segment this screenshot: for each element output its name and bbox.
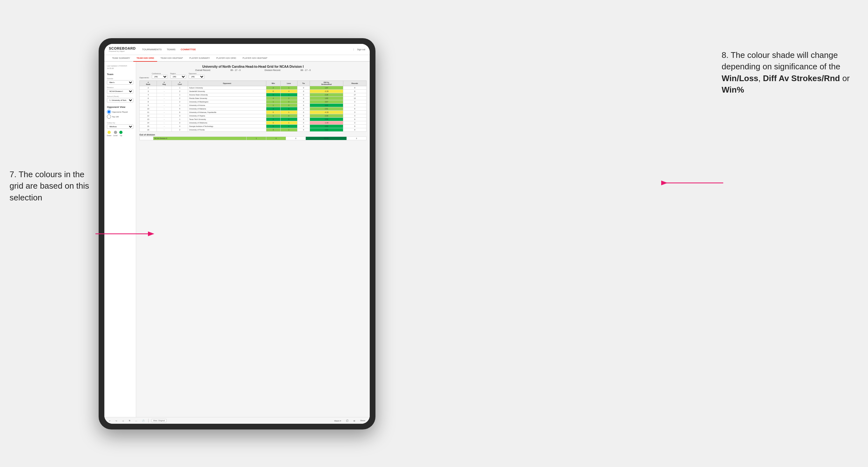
division-select[interactable]: NCAA Division I [107, 89, 133, 94]
cell-loss: 0 [280, 107, 297, 111]
cell-conf: 5 [172, 107, 188, 111]
grid-area: University of North Carolina Head-to-Hea… [136, 62, 370, 417]
grid-title: University of North Carolina Head-to-Hea… [140, 65, 367, 68]
colour-by-select[interactable]: Win/loss [107, 124, 133, 129]
sub-nav-player-summary[interactable]: PLAYER SUMMARY [186, 55, 213, 62]
share-btn[interactable]: Share [359, 419, 367, 422]
view-original-btn[interactable]: View: Original [151, 419, 167, 422]
table-row: 9 - 1 University of Arizona 1 0 0 9.00 2 [140, 104, 367, 107]
legend-up: Up [119, 131, 123, 136]
cell-reg: - [157, 118, 172, 121]
cell-rank: 2 [140, 86, 157, 90]
cell-od-loss: 0 [266, 137, 286, 140]
main-content: Last Updated: 27/03/2024 16:55:38 Team G… [104, 62, 370, 417]
toolbar-separator [148, 418, 149, 423]
col-diff: Diff AvStrokes/Rnd [310, 81, 343, 86]
cell-conf: 1 [172, 93, 188, 97]
cell-od-win: 1 [246, 137, 266, 140]
cell-opponent: Auburn University [188, 86, 266, 90]
cell-tie: 0 [297, 128, 310, 132]
cell-win: 3 [266, 107, 280, 111]
sub-nav-player-h2h-heatmap[interactable]: PLAYER H2H HEATMAP [239, 55, 271, 62]
sign-out-link[interactable]: Sign out [353, 49, 365, 51]
cell-diff: -2.29 [310, 90, 343, 93]
top-nav: SCOREBOARD Powered by clippd TOURNAMENTS… [104, 44, 370, 55]
opponent-label: Opponent [189, 72, 205, 74]
cell-diff: 1.67 [310, 86, 343, 90]
region-select[interactable]: (All) [170, 75, 186, 79]
conference-select[interactable]: (All) [152, 75, 168, 79]
cell-diff: 4.50 [310, 125, 343, 128]
cell-rank: 15 [140, 125, 157, 128]
grid-btn[interactable]: ⊞ [352, 419, 356, 422]
cell-rounds: 9 [343, 128, 366, 132]
table-row: 16 - 2 University of Florida 3 1 0 4.62 … [140, 128, 367, 132]
table-row: 11 - 6 University of Arkansas, Fayettevi… [140, 111, 367, 114]
cell-reg: - [157, 121, 172, 125]
cell-tie: 0 [297, 90, 310, 93]
cell-reg: - [157, 100, 172, 104]
cell-od-opponent: NCAA Division II [153, 137, 247, 140]
nav-committee[interactable]: COMMITTEE [181, 48, 196, 52]
col-loss: Loss [280, 81, 297, 86]
toolbar-redo[interactable]: ↪ [114, 419, 118, 422]
table-row: 3 - 2 Vanderbilt University 0 4 0 -2.29 … [140, 90, 367, 93]
cell-rounds: 9 [343, 118, 366, 121]
cell-reg: - [157, 107, 172, 111]
cell-tie: 0 [297, 125, 310, 128]
toolbar-undo[interactable]: ↩ [107, 419, 112, 422]
cell-rounds: 12 [343, 97, 366, 100]
cell-loss: 1 [280, 86, 297, 90]
cell-rounds: 9 [343, 86, 366, 90]
cell-loss: 0 [280, 100, 297, 104]
sub-nav-team-summary[interactable]: TEAM SUMMARY [109, 55, 133, 62]
toolbar-clock[interactable]: 🕐 [141, 419, 146, 422]
legend-dot-level [114, 131, 117, 134]
opponent-select[interactable]: (All) [189, 75, 205, 79]
radio-top100[interactable]: Top 100 [107, 115, 133, 119]
cell-conf: 1 [172, 86, 188, 90]
cell-rounds: 2 [343, 104, 366, 107]
cell-tie: 0 [297, 93, 310, 97]
cell-reg: - [157, 86, 172, 90]
cell-win: 0 [266, 90, 280, 93]
annotation-left: 7. The colours in the grid are based on … [9, 168, 99, 203]
cell-diff: 4.62 [310, 128, 343, 132]
cell-opponent: University of Oklahoma [188, 121, 266, 125]
table-row: 4 - 1 Arizona State University 5 1 0 2.2… [140, 93, 367, 97]
cell-rank: 14 [140, 121, 157, 125]
cell-od-tie: 0 [286, 137, 306, 140]
cell-conf: 1 [172, 118, 188, 121]
legend-label-level: Level [113, 134, 117, 136]
sub-nav-player-h2h-grid[interactable]: PLAYER H2H GRID [213, 55, 240, 62]
legend-level: Level [113, 131, 117, 136]
watch-btn[interactable]: Watch ▾ [333, 419, 342, 422]
overall-record-label: Overall Record: [195, 69, 211, 71]
gender-select[interactable]: Men's [107, 80, 133, 85]
cell-win: 2 [266, 86, 280, 90]
cell-rank: 8 [140, 100, 157, 104]
cell-win: 4 [266, 97, 280, 100]
school-select[interactable]: 1. University of Nort... [107, 98, 133, 102]
table-row: 2 - 1 Auburn University 2 1 0 1.67 9 [140, 86, 367, 90]
toolbar-copy[interactable]: ⧉ [128, 419, 131, 422]
toolbar-back[interactable]: ◁ [121, 419, 125, 422]
col-reg: #Reg [157, 81, 172, 86]
table-row: 10 - 5 University of Alabama 3 0 0 2.61 … [140, 107, 367, 111]
logo-area: SCOREBOARD Powered by clippd [109, 46, 135, 52]
conference-label: Conference [152, 72, 168, 74]
nav-teams[interactable]: TEAMS [167, 48, 176, 52]
cell-rounds: 8 [343, 107, 366, 111]
nav-tournaments[interactable]: TOURNAMENTS [142, 48, 162, 52]
comment-btn[interactable]: 💬 [345, 419, 350, 422]
cell-rounds: 3 [343, 111, 366, 114]
cell-reg: - [157, 114, 172, 118]
cell-win: 5 [266, 125, 280, 128]
cell-loss: 0 [280, 125, 297, 128]
cell-od-diff: 26.00 [306, 137, 346, 140]
radio-opponents-played[interactable]: Opponents Played [107, 110, 133, 114]
cell-diff: -1.00 [310, 121, 343, 125]
sub-nav-team-h2h-grid[interactable]: TEAM H2H GRID [133, 55, 157, 62]
toolbar-more[interactable]: ⋯ [134, 419, 138, 422]
sub-nav-team-h2h-heatmap[interactable]: TEAM H2H HEATMAP [157, 55, 186, 62]
